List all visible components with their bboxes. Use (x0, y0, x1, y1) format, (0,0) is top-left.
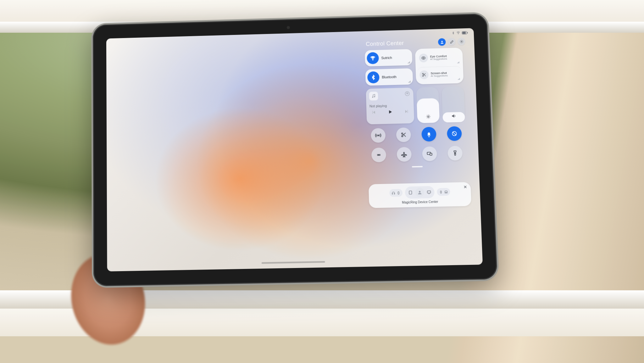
expand-indicator-icon (408, 81, 411, 83)
control-center-header: Control Center (364, 38, 465, 48)
watch-icon (439, 190, 443, 193)
screen-cast-button[interactable] (422, 146, 437, 161)
device-pill-center[interactable] (405, 186, 435, 198)
control-center-grid: Sutrich Bluetooth (365, 47, 470, 183)
person-icon (440, 40, 444, 44)
svg-rect-27 (409, 191, 412, 194)
eye-comfort-tile[interactable]: Eye Comfort AI Suggestions (417, 50, 461, 66)
play-icon[interactable] (387, 109, 393, 114)
nfc-button[interactable] (371, 148, 386, 162)
scissors-icon (422, 72, 426, 77)
svg-point-18 (402, 136, 403, 137)
svg-text:A: A (428, 116, 429, 118)
airplane-icon (401, 151, 408, 158)
person-small-icon (417, 190, 422, 195)
screenshot-icon-circle (419, 70, 429, 79)
wifi-icon (370, 55, 375, 61)
control-center-title: Control Center (366, 40, 404, 47)
screenshot-text: Screen-shot AI Suggestions (430, 71, 448, 77)
close-icon[interactable] (463, 185, 468, 189)
svg-point-7 (423, 58, 424, 59)
media-player-tile[interactable]: Not playing (366, 87, 414, 124)
media-controls (369, 109, 411, 115)
ring-mode-button[interactable] (421, 127, 436, 142)
headphones-icon (391, 191, 395, 195)
settings-button[interactable] (458, 38, 465, 45)
bell-icon (426, 131, 432, 137)
flashlight-button[interactable] (447, 146, 463, 160)
wifi-status-icon (456, 31, 460, 35)
display-icon (427, 190, 431, 194)
svg-rect-26 (398, 192, 399, 194)
svg-rect-30 (440, 191, 441, 193)
brightness-slider[interactable]: A (416, 87, 440, 123)
svg-point-28 (419, 191, 421, 193)
expand-indicator-icon (457, 61, 459, 63)
svg-rect-24 (392, 193, 393, 194)
tablet-screen: Control Center Sutrich (106, 28, 483, 271)
screenshot-sub: AI Suggestions (431, 74, 448, 77)
nfc-icon (375, 152, 382, 158)
auto-rotate-button[interactable] (447, 126, 462, 141)
bluetooth-icon (370, 75, 376, 80)
flashlight-icon (452, 150, 458, 157)
svg-point-4 (441, 41, 442, 42)
svg-rect-2 (462, 31, 466, 34)
ai-suggestions-panel: Eye Comfort AI Suggestions Screen-shot A… (415, 47, 464, 84)
svg-rect-22 (430, 153, 432, 155)
eye-icon (421, 56, 426, 60)
volume-icon (451, 114, 457, 119)
device-center-caption: MagicRing Device Center (373, 199, 468, 205)
phone-icon (397, 191, 400, 194)
svg-point-23 (455, 153, 455, 154)
svg-rect-25 (394, 193, 395, 194)
bluetooth-icon-circle (367, 71, 380, 84)
navigation-bar-handle[interactable] (262, 261, 325, 264)
expand-indicator-icon (458, 78, 460, 80)
svg-point-20 (378, 154, 379, 155)
drag-handle-bar (412, 166, 423, 168)
music-app-icon (369, 92, 378, 100)
laptop-icon (444, 190, 448, 193)
screens-icon (426, 151, 433, 157)
status-bar (452, 31, 468, 35)
svg-rect-29 (427, 191, 431, 193)
device-pill-left[interactable] (389, 189, 402, 197)
profile-button[interactable] (438, 38, 446, 46)
svg-point-6 (373, 59, 373, 60)
smart-screenshot-button[interactable] (396, 127, 411, 142)
svg-point-0 (458, 34, 458, 34)
hotspot-icon (375, 132, 381, 138)
svg-point-10 (372, 97, 373, 98)
tablet-icon (408, 190, 413, 195)
media-status: Not playing (369, 103, 411, 108)
device-center-panel: MagicRing Device Center (369, 182, 471, 208)
eye-comfort-text: Eye Comfort AI Suggestions (430, 55, 447, 61)
device-row (372, 185, 467, 199)
brightness-fill (417, 98, 440, 123)
device-pill-right[interactable] (437, 188, 450, 196)
expand-indicator-icon (407, 61, 410, 63)
screenshot-tile[interactable]: Screen-shot AI Suggestions (418, 66, 462, 82)
hotspot-button[interactable] (371, 128, 386, 143)
svg-rect-31 (445, 191, 447, 192)
edit-button[interactable] (448, 38, 456, 45)
bluetooth-label: Bluetooth (382, 75, 397, 79)
volume-slider[interactable] (441, 86, 465, 122)
previous-track-icon[interactable] (371, 110, 376, 114)
cast-device-icon[interactable] (404, 91, 410, 97)
device-avatar (415, 188, 424, 197)
svg-point-11 (374, 96, 375, 97)
tablet-device: Control Center Sutrich (93, 14, 497, 286)
bluetooth-tile[interactable]: Bluetooth (365, 68, 413, 86)
svg-point-5 (461, 41, 462, 42)
wifi-label: Sutrich (381, 56, 392, 60)
eye-comfort-sub: AI Suggestions (430, 58, 447, 61)
panel-drag-handle[interactable] (368, 164, 467, 171)
wifi-tile[interactable]: Sutrich (365, 49, 412, 66)
airplane-mode-button[interactable] (397, 147, 412, 162)
battery-status-icon (462, 31, 468, 34)
bluetooth-status-icon (452, 31, 455, 35)
next-track-icon[interactable] (404, 109, 409, 114)
svg-point-17 (402, 133, 403, 134)
